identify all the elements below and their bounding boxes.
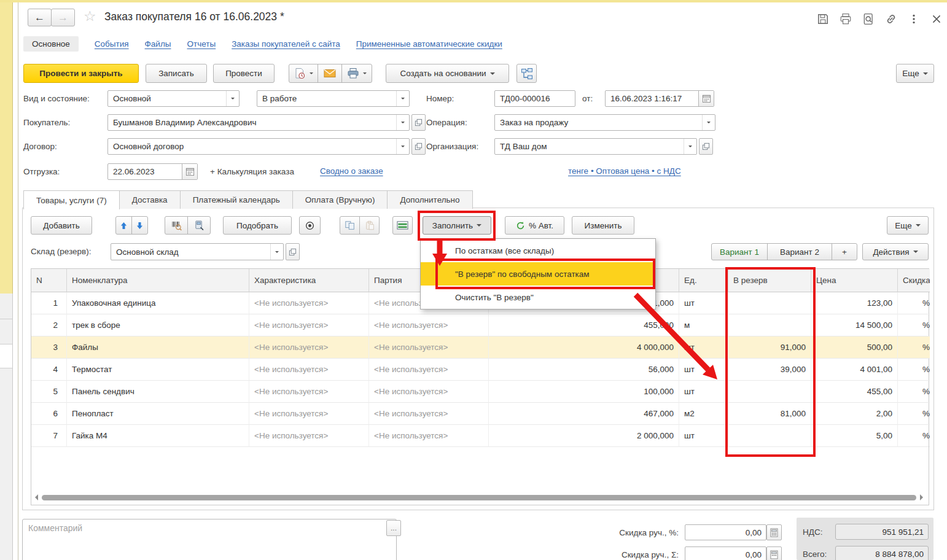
link-icon[interactable]: [884, 12, 898, 26]
cell-nomenclature[interactable]: Панель сендвич: [67, 381, 249, 403]
copy-rows-button[interactable]: [340, 216, 360, 235]
scroll-right-arrow[interactable]: [920, 494, 926, 500]
chevron-down-icon[interactable]: [226, 91, 239, 106]
post-button[interactable]: Провести: [213, 64, 275, 83]
chevron-down-icon[interactable]: [396, 139, 409, 154]
save-button[interactable]: Записать: [146, 64, 207, 83]
cell-n[interactable]: 1: [31, 292, 67, 314]
cell-quantity[interactable]: 467,000: [489, 403, 679, 425]
back-button[interactable]: ←: [28, 9, 52, 26]
cell-n[interactable]: 4: [31, 359, 67, 381]
chevron-down-icon[interactable]: [684, 139, 696, 154]
cell-discount[interactable]: %: [898, 403, 930, 425]
cell-unit[interactable]: м2: [679, 403, 728, 425]
cell-price[interactable]: 500,00: [811, 336, 898, 359]
paste-rows-button[interactable]: [359, 216, 380, 235]
table-row[interactable]: 5 Панель сендвич <Не используется> <Не и…: [31, 381, 929, 403]
warehouse-select[interactable]: Основной склад: [111, 243, 284, 260]
cell-n[interactable]: 3: [31, 336, 67, 359]
cell-n[interactable]: 6: [31, 403, 67, 425]
shipping-date-input[interactable]: 22.06.2023: [107, 163, 198, 180]
auto-discount-button[interactable]: % Авт.: [505, 216, 564, 235]
organization-select[interactable]: ТД Ваш дом: [494, 138, 697, 155]
tab-payment-manual[interactable]: Оплата (Вручную): [292, 190, 388, 209]
cell-unit[interactable]: шт: [679, 336, 728, 359]
cell-price[interactable]: 2,00: [811, 403, 898, 425]
tab-goods-services[interactable]: Товары, услуги (7): [23, 190, 120, 209]
tab-additional[interactable]: Дополнительно: [387, 190, 472, 209]
cell-batch[interactable]: <Не используется>: [369, 359, 489, 381]
number-input[interactable]: ТД00-000016: [494, 90, 575, 107]
order-summary-link[interactable]: Сводно о заказе: [320, 166, 383, 176]
more-menu-icon[interactable]: [906, 12, 921, 26]
favorite-star-icon[interactable]: ☆: [84, 8, 96, 25]
tab-main[interactable]: Основное: [23, 36, 79, 52]
comment-input[interactable]: [22, 519, 397, 560]
discount-pct-input[interactable]: 0,00: [685, 524, 766, 540]
cell-reserve[interactable]: [728, 314, 811, 336]
forward-button[interactable]: →: [51, 9, 75, 26]
chevron-down-icon[interactable]: [396, 115, 409, 130]
cell-batch[interactable]: <Не используется>: [369, 336, 489, 359]
kind-select[interactable]: Основной: [107, 90, 240, 107]
cell-nomenclature[interactable]: Термостат: [67, 359, 249, 381]
post-and-close-button[interactable]: Провести и закрыть: [23, 64, 139, 83]
cell-discount[interactable]: %: [898, 314, 930, 336]
cell-discount[interactable]: %: [898, 359, 930, 381]
discount-pct-calc-button[interactable]: [766, 524, 782, 540]
cell-batch[interactable]: <Не используется>: [369, 314, 489, 336]
organization-open-button[interactable]: [699, 138, 713, 155]
cell-characteristic[interactable]: <Не используется>: [249, 292, 369, 314]
cell-price[interactable]: 123,00: [811, 292, 898, 314]
list-settings-button[interactable]: [392, 216, 413, 235]
tab-site-orders[interactable]: Заказы покупателей с сайта: [232, 39, 340, 49]
cell-characteristic[interactable]: <Не используется>: [249, 336, 369, 359]
fill-button[interactable]: Заполнить: [423, 216, 491, 235]
cell-batch[interactable]: <Не используется>: [369, 403, 489, 425]
operation-select[interactable]: Заказ на продажу: [494, 114, 715, 131]
cell-reserve[interactable]: 91,000: [728, 336, 811, 359]
cell-characteristic[interactable]: <Не используется>: [249, 314, 369, 336]
cell-unit[interactable]: шт: [679, 381, 728, 403]
cell-n[interactable]: 5: [31, 381, 67, 403]
tab-files[interactable]: Файлы: [145, 39, 171, 49]
chevron-down-icon[interactable]: [270, 244, 283, 260]
close-icon[interactable]: [929, 12, 944, 26]
barcode-scan-button[interactable]: [165, 216, 188, 235]
currency-price-link[interactable]: тенге • Оптовая цена • с НДС: [568, 166, 681, 176]
cell-characteristic[interactable]: <Не используется>: [249, 403, 369, 425]
scrollbar-thumb[interactable]: [42, 495, 916, 500]
pick-items-button[interactable]: Подобрать: [223, 216, 292, 235]
table-row[interactable]: 6 Пенопласт <Не используется> <Не исполь…: [31, 403, 929, 425]
cell-nomenclature[interactable]: Файлы: [67, 336, 249, 359]
move-up-button[interactable]: [115, 216, 132, 235]
cell-quantity[interactable]: 100,000: [489, 381, 679, 403]
change-button[interactable]: Изменить: [572, 216, 634, 235]
customer-select[interactable]: Бушманов Владимир Александрович: [107, 114, 410, 131]
cell-reserve[interactable]: 81,000: [728, 403, 811, 425]
move-down-button[interactable]: [131, 216, 148, 235]
calendar-icon[interactable]: [698, 91, 714, 106]
cell-batch[interactable]: <Не используется>: [369, 381, 489, 403]
table-row[interactable]: 2 трек в сборе <Не используется> <Не исп…: [31, 314, 929, 336]
cell-quantity[interactable]: 455,000: [489, 314, 679, 336]
planned-document-button[interactable]: [289, 64, 318, 83]
send-email-button[interactable]: [318, 64, 342, 83]
form-more-button[interactable]: Еще: [896, 64, 934, 83]
cell-unit[interactable]: шт: [679, 359, 728, 381]
cell-price[interactable]: 14 500,00: [811, 314, 898, 336]
scroll-left-arrow[interactable]: [32, 494, 38, 500]
save-icon[interactable]: [816, 12, 830, 26]
view-button[interactable]: [299, 216, 321, 235]
date-input[interactable]: 16.06.2023 1:16:17: [605, 90, 714, 107]
tab-delivery[interactable]: Доставка: [119, 190, 181, 209]
cell-discount[interactable]: %: [898, 336, 930, 359]
cell-quantity[interactable]: 4 000,000: [489, 336, 679, 359]
variant1-button[interactable]: Вариант 1: [711, 243, 768, 260]
contract-open-button[interactable]: [411, 138, 426, 155]
discount-sum-calc-button[interactable]: [766, 546, 782, 560]
cell-unit[interactable]: шт: [679, 292, 728, 314]
variant2-button[interactable]: Вариант 2: [767, 243, 832, 260]
cell-n[interactable]: 2: [31, 314, 67, 336]
cell-reserve[interactable]: [728, 292, 811, 314]
